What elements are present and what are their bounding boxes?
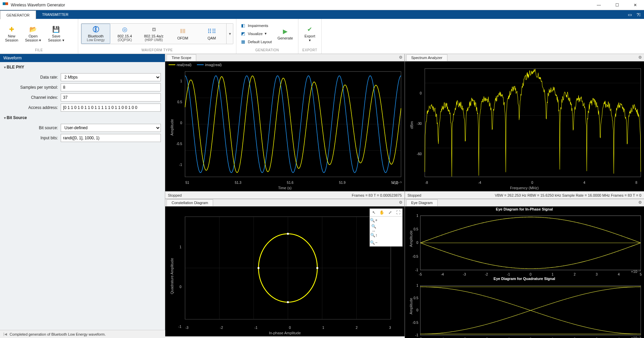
time-xlabel: Time (s) [278, 186, 292, 190]
eye-plot[interactable]: Eye Diagram for In-Phase Signal -5-4-3-2… [405, 206, 644, 338]
open-session-button[interactable]: 📂 Open Session ▾ [23, 24, 43, 44]
eye-diagram: Eye Diagram ⚙ Eye Diagram for In-Phase S… [405, 199, 644, 338]
svg-text:2: 2 [574, 272, 576, 276]
pulse-icon: ⧈ [150, 25, 158, 33]
input-bits-input[interactable] [61, 134, 161, 142]
svg-text:0.5: 0.5 [413, 227, 418, 231]
generate-button[interactable]: ▶ Generate [275, 26, 295, 42]
toolstrip-tabs: GENERATOR TRANSMITTER ▭ ?⃝ [0, 10, 644, 19]
ofdm-icon: ⫴⫴ [179, 27, 187, 35]
svg-text:1: 1 [416, 284, 418, 287]
eye-settings-icon[interactable]: ⚙ [638, 200, 642, 205]
svg-text:3: 3 [595, 272, 597, 276]
tab-generator[interactable]: GENERATOR [0, 10, 36, 19]
zoom-x-icon[interactable]: 🔍↔ [370, 224, 378, 231]
autoscale-icon[interactable]: ⤢ [386, 209, 394, 216]
spectrum-tab[interactable]: Spectrum Analyzer [406, 54, 447, 61]
const-ylabel: Quadrature Amplitude [170, 258, 174, 294]
eye-tab[interactable]: Eye Diagram [406, 199, 438, 206]
constellation-plot[interactable]: ↖ ✋ ⤢ ⛶ 🔍+ 🔍↔ 🔍↕ 🔍− Quadrature Amplitude… [165, 206, 405, 336]
target-icon: ◎ [121, 25, 129, 33]
svg-rect-1 [425, 68, 641, 177]
spectrum-plot[interactable]: dBm Frequency (MHz) 0-30-60 -8-4048 [405, 61, 644, 191]
section-bit-source[interactable]: Bit Source [0, 113, 165, 123]
minimize-toolstrip-icon[interactable]: ▭ [626, 11, 633, 18]
tab-transmitter[interactable]: TRANSMITTER [36, 10, 75, 19]
title-bar: Wireless Waveform Generator — ☐ ✕ [0, 0, 644, 10]
svg-text:0: 0 [529, 272, 531, 276]
play-icon: ▶ [281, 27, 289, 35]
visualize-button[interactable]: ◩Visualize ▾ [240, 30, 267, 37]
waveform-oqpsk-button[interactable]: ◎ 802.15.4(OQPSK) [110, 24, 139, 44]
waveform-ble-button[interactable]: ᛒ⃝ BluetoothLow Energy [81, 24, 110, 44]
svg-text:4: 4 [618, 272, 620, 276]
data-rate-select[interactable]: 2 Mbps [61, 73, 161, 81]
bit-source-select[interactable]: User-defined [61, 124, 161, 132]
time-scope-plot[interactable]: real(real) imag(real) Amplitude Time (s)… [165, 61, 405, 191]
close-button[interactable]: ✕ [629, 2, 641, 8]
eye-ylabel-1: Amplitude [409, 230, 413, 247]
svg-text:-0.5: -0.5 [412, 321, 418, 325]
waveform-ofdm-button[interactable]: ⫴⫴ OFDM [168, 24, 197, 44]
data-rate-label: Data rate: [4, 75, 58, 80]
waveform-qam-button[interactable]: ⠿⠿ QAM [197, 24, 226, 44]
plus-icon: ✚ [8, 25, 16, 33]
maximize-button[interactable]: ☐ [611, 2, 623, 8]
waveform-panel-title: Waveform [0, 54, 165, 62]
bluetooth-icon: ᛒ⃝ [92, 25, 100, 33]
spectrum-status-left: Stopped [408, 193, 421, 197]
sps-input[interactable] [61, 83, 161, 91]
svg-text:-5: -5 [419, 272, 422, 276]
time-scope-tab[interactable]: Time Scope [167, 54, 196, 61]
help-icon[interactable]: ?⃝ [635, 11, 642, 18]
status-arrow-icon: |◀ [3, 332, 7, 336]
svg-point-4 [258, 267, 260, 269]
waveform-gallery: ᛒ⃝ BluetoothLow Energy ◎ 802.15.4(OQPSK)… [81, 23, 233, 44]
constellation-settings-icon[interactable]: ⚙ [399, 200, 403, 205]
layout-icon: ▦ [240, 39, 246, 45]
impairments-icon: ◧ [240, 23, 246, 28]
export-button[interactable]: ✔ Export▾ [301, 24, 319, 44]
channel-index-input[interactable] [61, 93, 161, 102]
channel-index-label: Channel index: [4, 95, 58, 100]
group-label-generation: GENERATION [236, 48, 298, 54]
waveform-hrpuwb-button[interactable]: ⧈ 802.15.4a/z(HRP UWB) [139, 24, 168, 44]
open-session-label: Open Session [25, 34, 38, 42]
svg-text:-1: -1 [507, 272, 510, 276]
access-address-input[interactable] [61, 104, 161, 112]
section-ble-phy[interactable]: BLE PHY [0, 62, 165, 72]
new-session-label: New Session [5, 34, 18, 42]
eye-ylabel-2: Amplitude [409, 298, 413, 314]
svg-text:-1: -1 [415, 267, 418, 272]
input-bits-label: Input bits: [4, 136, 58, 140]
waveform-gallery-dropdown[interactable]: ▾ [226, 24, 233, 44]
constellation-tab[interactable]: Constellation Diagram [167, 199, 213, 206]
svg-text:-1: -1 [415, 333, 418, 337]
save-session-label: Save Session [48, 34, 61, 42]
svg-text:1: 1 [416, 213, 418, 218]
window-title: Wireless Waveform Generator [11, 3, 65, 7]
eye-title-1: Eye Diagram for In-Phase Signal [405, 207, 644, 211]
cursor-icon[interactable]: ↖ [370, 209, 378, 216]
zoom-in-icon[interactable]: 🔍+ [370, 217, 378, 224]
eye-xmult-2: ×10⁻⁷ [631, 336, 641, 338]
svg-text:-4: -4 [441, 272, 444, 276]
fit-icon[interactable]: ⛶ [394, 209, 402, 216]
new-session-button[interactable]: ✚ New Session [3, 24, 21, 44]
const-xlabel: In-phase Amplitude [269, 331, 301, 335]
bit-source-label: Bit source: [4, 125, 58, 130]
spectrum-settings-icon[interactable]: ⚙ [638, 55, 642, 60]
group-label-file: FILE [0, 48, 78, 54]
svg-point-3 [316, 267, 318, 269]
zoom-y-icon[interactable]: 🔍↕ [370, 231, 378, 239]
group-label-export: EXPORT [298, 48, 321, 54]
time-scope-settings-icon[interactable]: ⚙ [399, 55, 403, 60]
default-layout-button[interactable]: ▦Default Layout [240, 38, 272, 46]
pan-icon[interactable]: ✋ [378, 209, 386, 216]
zoom-out-icon[interactable]: 🔍− [370, 239, 378, 246]
folder-open-icon: 📂 [29, 25, 37, 33]
impairments-button[interactable]: ◧Impairments [240, 22, 268, 29]
time-status-right: Frames = 83 T = 0.000523875 [352, 193, 402, 197]
minimize-button[interactable]: — [593, 2, 605, 8]
save-session-button[interactable]: 💾 Save Session ▾ [46, 24, 66, 44]
